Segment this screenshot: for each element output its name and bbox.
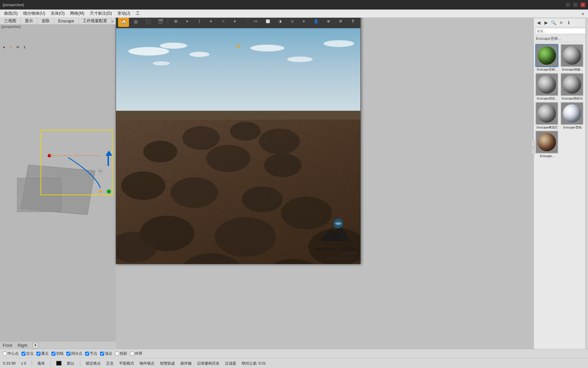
cb-disable-input[interactable] xyxy=(130,352,134,356)
cb-project-input[interactable] xyxy=(115,352,119,356)
cb-center-input[interactable] xyxy=(3,352,7,356)
svg-point-13 xyxy=(206,145,250,172)
view-right[interactable]: Right xyxy=(18,343,27,348)
action-planemode[interactable]: 平面模式 xyxy=(119,361,134,366)
cb-intersect[interactable]: 交点 xyxy=(21,351,34,356)
menu-more[interactable]: 工 xyxy=(133,10,143,17)
panel-edge-arrow[interactable]: › xyxy=(532,140,535,154)
cb-disable[interactable]: 停用 xyxy=(130,351,142,356)
menu-dim[interactable]: 尺寸标注(D) xyxy=(87,10,115,17)
mat-thumb-moss xyxy=(535,44,558,67)
tab-select[interactable]: 选取 xyxy=(37,18,54,24)
mat-nav-info[interactable]: ℹ xyxy=(565,19,572,26)
mat-sphere-extra xyxy=(538,133,556,151)
materials-scrollbar[interactable] xyxy=(585,0,588,349)
watermark-years: 1990-2090 xyxy=(316,252,357,255)
mat-label-moss: Enscape苔藓... xyxy=(535,68,559,72)
svg-point-7 xyxy=(98,168,103,174)
mat-nav-back[interactable]: ◀ xyxy=(535,19,542,26)
window-controls[interactable]: ─ □ ✕ xyxy=(566,2,585,7)
cb-project[interactable]: 投影 xyxy=(115,351,127,356)
cb-center-label: 中心点 xyxy=(7,351,19,356)
svg-point-3 xyxy=(99,190,102,193)
action-gumball[interactable]: 操作轴 xyxy=(180,361,192,366)
material-color-swatch[interactable] xyxy=(56,361,62,366)
tool-icon-1[interactable]: ● xyxy=(1,44,7,50)
materials-category-label: Enscape苔藓... xyxy=(536,36,561,41)
status-sep-1 xyxy=(32,361,32,366)
svg-point-1 xyxy=(48,154,51,157)
action-lockgrid[interactable]: 锁定格点 xyxy=(86,361,101,366)
cb-vertex-input[interactable] xyxy=(100,352,104,356)
app-title: [perspective] xyxy=(3,3,566,7)
close-button[interactable]: ✕ xyxy=(581,2,585,7)
cb-node[interactable]: 节点 xyxy=(85,351,97,356)
enscape-window[interactable]: S Enscape - 大模型 - 星米 ─ □ ✕ 🏠 ◎ ⬛ 🎬 ⊞ ▼ ⤴… xyxy=(116,5,361,264)
enc-up-nav-arrow[interactable]: ▲ xyxy=(235,42,241,49)
mat-nav-search[interactable]: 🔍 xyxy=(550,19,557,26)
watermark: moYuan. Studio 1990-2090 艺游一行别创世界！ xyxy=(316,217,357,261)
mat-nav-forward[interactable]: ▶ xyxy=(543,19,550,26)
mat-label-fill: Enscape填砌... xyxy=(560,68,584,72)
menu-transform[interactable]: 变动(J) xyxy=(115,10,133,17)
cb-quadrant-label: 四分点 xyxy=(71,351,82,356)
cb-vertex[interactable]: 顶点 xyxy=(100,351,112,356)
cb-tangent-input[interactable] xyxy=(51,352,55,356)
cb-intersect-label: 交点 xyxy=(26,351,34,356)
menu-solid[interactable]: 实体(O) xyxy=(48,10,67,17)
mat-item-mud[interactable]: Enscape稀泥巴 xyxy=(535,102,559,129)
maximize-button[interactable]: □ xyxy=(573,2,578,7)
action-objsnap[interactable]: 物件锁点 xyxy=(140,361,154,366)
tab-display[interactable]: 显示 xyxy=(21,18,37,24)
action-history[interactable]: 记录建构历史 xyxy=(197,361,219,366)
enscape-viewport[interactable]: ▲ moYuan. Studio 1990-2090 艺游一行别创世 xyxy=(116,28,360,264)
tool-icon-info[interactable]: ℹ xyxy=(22,44,27,50)
cb-midpoint[interactable]: 重点 xyxy=(36,351,49,356)
view-labels: Front Right ▼ xyxy=(0,341,116,349)
materials-panel: 材质 ● ◉ → ✏ 🪣 ⬛ ◀ ▶ 🔍 ≡ ℹ Enscape苔藓... En… xyxy=(534,0,588,349)
view-front[interactable]: Front xyxy=(3,343,12,348)
tool-icon-2[interactable]: ⊙ xyxy=(8,44,14,50)
action-ortho[interactable]: 正交 xyxy=(106,361,114,366)
materials-search-input[interactable] xyxy=(535,28,587,34)
cb-quadrant-input[interactable] xyxy=(66,352,70,356)
watermark-logo xyxy=(316,217,357,245)
status-sep-2 xyxy=(50,361,51,366)
view-dropdown-btn[interactable]: ▼ xyxy=(33,343,38,348)
cb-node-input[interactable] xyxy=(85,352,89,356)
menu-mesh[interactable]: 网格(M) xyxy=(67,10,87,17)
menu-subobj[interactable]: 细分物体(U) xyxy=(20,10,48,17)
mat-thumb-extra xyxy=(535,131,558,154)
svg-marker-4 xyxy=(105,151,112,156)
cb-midpoint-input[interactable] xyxy=(36,352,40,356)
materials-nav: ◀ ▶ 🔍 ≡ ℹ xyxy=(534,18,588,27)
svg-point-10 xyxy=(230,122,261,141)
enc-sep-1 xyxy=(168,17,168,26)
cb-center[interactable]: 中心点 xyxy=(3,351,19,356)
action-filter[interactable]: 过滤器 xyxy=(225,361,236,366)
mat-item-fill[interactable]: Enscape填砌... xyxy=(560,44,584,72)
mat-item-snow[interactable]: Enscape雪地 xyxy=(560,102,584,129)
action-smarttrack[interactable]: 智慧轨迹 xyxy=(160,361,175,366)
mat-thumb-snow xyxy=(560,102,584,125)
mat-item-extra[interactable]: Enscape... xyxy=(535,131,559,158)
menu-surface[interactable]: 曲面(S) xyxy=(1,10,20,17)
tab-workspace[interactable]: 工作视窗配置 xyxy=(79,18,112,24)
title-bar: [perspective] ─ □ ✕ xyxy=(0,0,588,10)
materials-grid: Enscape苔藓... Enscape填砌... Enscape填实... E… xyxy=(534,43,588,347)
mat-item-fillsolid[interactable]: Enscape填实... xyxy=(535,73,559,101)
mat-item-brick[interactable]: Enscape西砖石 xyxy=(560,73,584,101)
cb-intersect-input[interactable] xyxy=(21,352,26,356)
tool-icon-3[interactable]: ✉ xyxy=(15,44,20,50)
cb-project-label: 投影 xyxy=(120,351,127,356)
cb-tangent[interactable]: 切线 xyxy=(51,351,64,356)
mat-nav-list[interactable]: ≡ xyxy=(558,19,565,26)
svg-point-19 xyxy=(215,217,276,257)
sketchup-viewport[interactable] xyxy=(0,25,116,349)
mat-item-moss[interactable]: Enscape苔藓... xyxy=(535,44,559,72)
minimize-button[interactable]: ─ xyxy=(566,2,570,7)
tab-triview[interactable]: 三视图 xyxy=(0,18,21,24)
connect-status: e xyxy=(582,12,584,16)
tab-enscape[interactable]: Enscape xyxy=(54,18,79,24)
cb-quadrant[interactable]: 四分点 xyxy=(66,351,82,356)
